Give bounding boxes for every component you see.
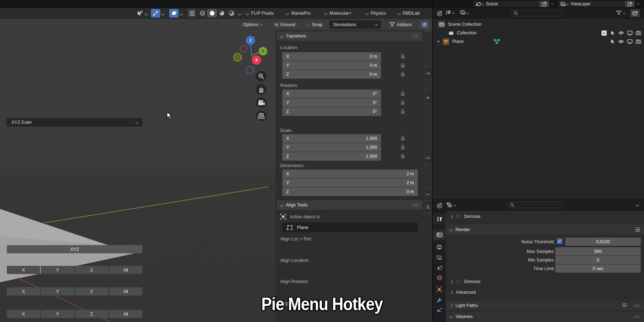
select-tool-dropdown[interactable]: [145, 12, 148, 16]
align-location-x-button[interactable]: X: [7, 266, 40, 274]
tab-object[interactable]: [433, 284, 446, 295]
proportional-edit-button[interactable]: [169, 9, 179, 18]
align-rotation-y-button[interactable]: Y: [41, 287, 74, 296]
lock-icons-column[interactable]: [400, 54, 406, 136]
location-z-field[interactable]: Z0 m: [282, 70, 381, 79]
render-region-button[interactable]: [187, 9, 196, 18]
addons-button[interactable]: Addons: [384, 20, 417, 29]
outliner-filter-dropdown[interactable]: [616, 10, 625, 15]
sidebar-tab-c[interactable]: C: [424, 152, 432, 164]
tab-render[interactable]: [433, 229, 446, 240]
dimensions-z-field[interactable]: Z0 m: [282, 187, 418, 196]
outliner-row-collection[interactable]: Collection ✓: [433, 29, 644, 37]
noise-threshold-field[interactable]: 0.0100: [565, 238, 641, 246]
editor-type-icon[interactable]: [436, 10, 443, 16]
tab-tool[interactable]: [433, 214, 446, 224]
transform-panel-header[interactable]: Transform: [277, 31, 423, 41]
tab-physics[interactable]: [433, 305, 446, 316]
gizmo-y-ball[interactable]: Y: [259, 47, 267, 55]
denoise-sub-section[interactable]: Denoise: [450, 279, 480, 284]
align-location-y-button[interactable]: Y: [41, 266, 74, 274]
viewlayer-unlink-button[interactable]: ×: [637, 1, 640, 6]
align-scale-x-button[interactable]: X: [7, 310, 40, 318]
outliner-row-plane[interactable]: Plane: [433, 37, 644, 46]
rotation-y-field[interactable]: Y0°: [282, 98, 381, 107]
align-scale-y-button[interactable]: Y: [41, 310, 74, 318]
light-paths-section-header[interactable]: Light Paths: [446, 301, 644, 310]
shading-solid-button[interactable]: [207, 9, 217, 18]
sidebar-tab-t[interactable]: T: [424, 188, 432, 200]
new-collection-button[interactable]: [630, 9, 640, 17]
snap-button[interactable]: ↓ Snap: [303, 20, 326, 29]
ortho-grid-button[interactable]: [256, 111, 267, 121]
rotation-z-field[interactable]: Z0°: [282, 107, 381, 116]
denoise-sub-checkbox[interactable]: [456, 279, 461, 284]
outliner-search[interactable]: [511, 10, 564, 16]
location-x-field[interactable]: X0 m: [282, 52, 381, 61]
dimensions-y-field[interactable]: Y2 m: [282, 179, 418, 187]
scale-z-field[interactable]: Z1.000: [282, 152, 381, 161]
align-location-all-button[interactable]: All: [109, 266, 142, 274]
panel-grip-icon[interactable]: [634, 315, 640, 318]
properties-search[interactable]: [507, 201, 565, 208]
viewport-disable-icon[interactable]: [627, 31, 633, 35]
sidebar-tab-pi[interactable]: PI: [424, 201, 432, 213]
snap-toggle-button[interactable]: [151, 9, 160, 18]
align-scale-z-button[interactable]: Z: [75, 310, 108, 318]
align-scale-all-button[interactable]: All: [109, 310, 142, 318]
denoise-checkbox[interactable]: [456, 214, 461, 219]
scale-lock-icons[interactable]: [400, 136, 406, 164]
viewlayer-selector[interactable]: ViewLayer: [558, 1, 625, 7]
viewport-disable-icon[interactable]: [627, 39, 633, 44]
noise-threshold-checkbox[interactable]: ✓: [557, 238, 562, 244]
gizmo-z-ball[interactable]: Z: [246, 36, 255, 45]
tab-view-layer[interactable]: [433, 252, 446, 263]
sidebar-tab-e[interactable]: E: [424, 67, 432, 79]
scene-unlink-button[interactable]: ×: [551, 1, 554, 6]
header-options-dropdown[interactable]: [636, 203, 639, 207]
snap-dropdown[interactable]: [161, 12, 165, 16]
panel-grip-icon[interactable]: [413, 204, 419, 206]
editor-type-icon[interactable]: [436, 203, 443, 209]
presets-icon[interactable]: [622, 303, 627, 307]
menu-molecular[interactable]: Molecular+: [325, 8, 352, 19]
menu-flip-fluids[interactable]: FLIP Fluids: [246, 8, 274, 19]
shading-material-button[interactable]: [217, 9, 226, 18]
time-limit-field[interactable]: 0 sec: [555, 264, 641, 273]
active-object-field[interactable]: Plane: [282, 223, 418, 232]
volumes-section-header[interactable]: Volumes: [446, 312, 644, 321]
rotation-mode-dropdown[interactable]: XYZ Euler: [7, 118, 142, 127]
dimensions-x-field[interactable]: X2 m: [282, 170, 418, 178]
render-disable-icon[interactable]: [636, 39, 641, 44]
proportional-dropdown[interactable]: [180, 12, 183, 16]
display-mode-dropdown[interactable]: [446, 10, 454, 15]
selectable-icon[interactable]: [610, 30, 615, 35]
menu-physics[interactable]: Physics: [366, 8, 386, 19]
tab-world[interactable]: [433, 272, 446, 283]
align-location-z-button[interactable]: Z: [75, 266, 108, 274]
outliner-search-input[interactable]: [519, 11, 561, 16]
settings-gear-button[interactable]: ⚙: [420, 20, 429, 29]
properties-search-input[interactable]: [516, 203, 562, 208]
scene-new-button[interactable]: [539, 1, 549, 7]
filter-id-dropdown[interactable]: [460, 10, 469, 15]
pan-button[interactable]: [256, 84, 267, 95]
properties-mode-dropdown[interactable]: [447, 202, 455, 208]
ground-button[interactable]: ≋ Ground: [268, 20, 301, 29]
tab-output[interactable]: [433, 241, 446, 252]
scene-selector[interactable]: Scene: [473, 1, 539, 7]
align-rotation-z-button[interactable]: Z: [75, 287, 108, 296]
location-y-field[interactable]: Y0 m: [282, 61, 381, 70]
hide-eye-icon[interactable]: [618, 39, 624, 44]
panel-grip-icon[interactable]: [413, 35, 419, 38]
render-section-header[interactable]: Render: [446, 225, 644, 234]
shading-dropdown[interactable]: [238, 12, 241, 16]
render-disable-icon[interactable]: [636, 31, 641, 35]
align-rotation-all-button[interactable]: All: [109, 287, 142, 296]
align-tools-panel-header[interactable]: Align Tools: [277, 200, 423, 210]
presets-icon[interactable]: [635, 228, 640, 231]
shading-rendered-button[interactable]: [226, 9, 236, 18]
scale-x-field[interactable]: X1.000: [282, 134, 381, 143]
hide-eye-icon[interactable]: [618, 31, 624, 35]
selectable-icon[interactable]: [610, 39, 615, 44]
